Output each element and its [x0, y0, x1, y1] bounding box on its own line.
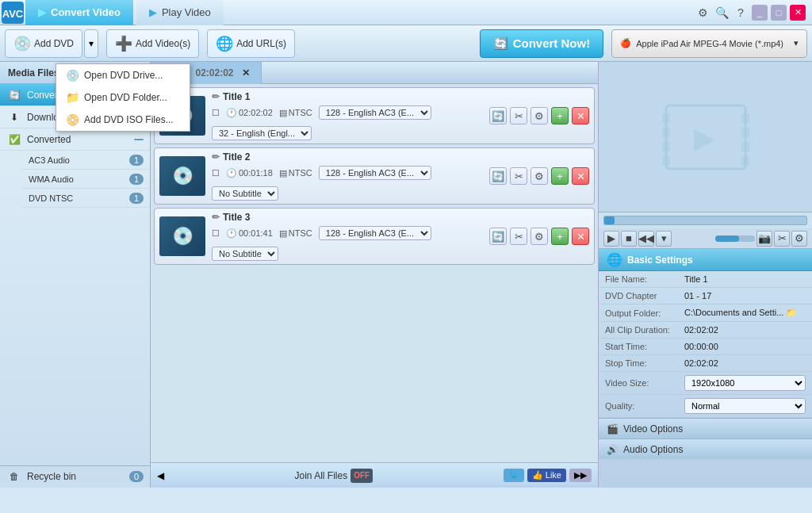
progress-fill — [604, 216, 615, 224]
settings-btn-title1[interactable]: ⚙ — [530, 107, 548, 124]
twitter-button[interactable]: 🐦 — [504, 469, 524, 482]
audio-select-title2[interactable]: 128 - English AC3 (E... — [319, 166, 431, 180]
refresh-btn-title2[interactable]: 🔄 — [489, 167, 507, 185]
duration-title1: 🕐 02:02:02 — [226, 108, 273, 118]
checkbox-title3[interactable]: ☐ — [212, 228, 220, 239]
sidebar-item-wma-audio[interactable]: WMA Audio 1 — [22, 170, 150, 189]
refresh-btn-title3[interactable]: 🔄 — [489, 228, 507, 245]
disc-icon-2: 💿 — [172, 166, 193, 186]
add-btn-title1[interactable]: + — [551, 107, 569, 124]
video-options-icon: 🎬 — [607, 423, 619, 435]
sidebar-item-recycle-bin[interactable]: 🗑 Recycle bin 0 — [0, 465, 150, 488]
remove-btn-title1[interactable]: ✕ — [572, 107, 589, 124]
add-url-button[interactable]: 🌐 Add URL(s) — [207, 29, 295, 58]
add-btn-title3[interactable]: + — [551, 228, 569, 245]
add-dvd-button[interactable]: 💿 Add DVD — [5, 29, 82, 58]
maximize-button[interactable]: □ — [771, 5, 787, 21]
audio-options-section[interactable]: 🔊 Audio Options — [599, 438, 812, 459]
stop-button[interactable]: ■ — [621, 231, 637, 247]
content-tabs: Title 1 02:02:02 ✕ — [151, 62, 598, 84]
svg-rect-5 — [662, 142, 670, 151]
svg-rect-10 — [741, 156, 749, 166]
settings-icon[interactable]: ⚙ — [695, 5, 710, 21]
video-info-title1: ✏ Title 1 ☐ 🕐 02:02:02 ▤ NTSC 128 - Engl… — [212, 91, 483, 140]
convert-tab[interactable]: ▶ Convert Video — [25, 0, 133, 25]
join-toggle[interactable]: OFF — [350, 469, 373, 483]
snapshot-button[interactable]: 📷 — [756, 231, 772, 247]
rewind-button[interactable]: ◀◀ — [638, 231, 654, 247]
progress-bar[interactable] — [603, 216, 807, 225]
open-dvd-drive-item[interactable]: 💿 Open DVD Drive... — [56, 64, 190, 86]
format-title2: ▤ NTSC — [279, 168, 312, 178]
edit-icon-title2[interactable]: ✏ — [212, 151, 220, 163]
volume-slider[interactable] — [715, 235, 755, 242]
convert-now-button[interactable]: 🔄 Convert Now! — [480, 29, 604, 58]
video-actions-title1: 🔄 ✂ ⚙ + ✕ — [489, 107, 589, 124]
video-item-title3: 💿 ✏ Title 3 ☐ 🕐 00:01:41 ▤ NTSC 128 - En… — [154, 208, 595, 265]
toolbar: 💿 Add DVD ▾ ➕ Add Video(s) 🌐 Add URL(s) … — [0, 25, 812, 62]
cut-btn-title2[interactable]: ✂ — [510, 167, 527, 185]
add-videos-button[interactable]: ➕ Add Video(s) — [106, 29, 199, 58]
add-dvd-iso-item[interactable]: 📀 Add DVD ISO Files... — [56, 109, 190, 131]
settings-btn-title2[interactable]: ⚙ — [530, 167, 548, 185]
add-dvd-dropdown-arrow[interactable]: ▾ — [84, 29, 98, 58]
window-controls: ⚙ 🔍 ? _ □ ✕ — [695, 5, 812, 21]
search-icon[interactable]: 🔍 — [714, 5, 730, 21]
subtitle-select-title1[interactable]: 32 - English (Engl... — [212, 126, 312, 140]
tab-close-icon[interactable]: ✕ — [242, 67, 250, 78]
add-btn-title2[interactable]: + — [551, 167, 569, 185]
output-format-button[interactable]: 🍎 Apple iPad Air MPEG-4 Movie (*.mp4) ▾ — [611, 29, 807, 58]
remove-btn-title2[interactable]: ✕ — [572, 167, 589, 185]
play-tab[interactable]: ▶ Play Video — [136, 0, 224, 25]
open-dvd-folder-item[interactable]: 📁 Open DVD Folder... — [56, 86, 190, 109]
subtitle-select-title3[interactable]: No Subtitle — [212, 247, 278, 261]
remove-btn-title3[interactable]: ✕ — [572, 228, 589, 245]
settings-btn-title3[interactable]: ⚙ — [530, 228, 548, 245]
folder-browse-icon[interactable]: 📁 — [786, 308, 797, 317]
audio-select-title1[interactable]: 128 - English AC3 (E... — [319, 105, 431, 120]
refresh-btn-title1[interactable]: 🔄 — [489, 107, 507, 124]
dvd-dropdown-menu: 💿 Open DVD Drive... 📁 Open DVD Folder...… — [56, 63, 190, 132]
video-size-select[interactable]: 1920x1080 1280x720 854x480 — [684, 375, 806, 391]
facebook-button[interactable]: 👍 Like — [527, 469, 566, 482]
edit-icon-title1[interactable]: ✏ — [212, 91, 220, 102]
edit-icon-title3[interactable]: ✏ — [212, 212, 220, 223]
nav-left-icon[interactable]: ◀ — [157, 470, 164, 481]
minimize-button[interactable]: _ — [752, 5, 768, 21]
output-dropdown-arrow: ▾ — [794, 38, 799, 48]
media-button[interactable]: ▶▶ — [569, 469, 592, 482]
cut-btn-title3[interactable]: ✂ — [510, 228, 527, 245]
dropdown-btn[interactable]: ▾ — [656, 231, 672, 247]
audio-select-title3[interactable]: 128 - English AC3 (E... — [319, 226, 431, 240]
checkbox-title2[interactable]: ☐ — [212, 168, 220, 178]
dvd-drive-icon: 💿 — [66, 69, 79, 82]
cut-btn-title1[interactable]: ✂ — [510, 107, 527, 124]
sidebar-item-ac3-audio[interactable]: AC3 Audio 1 — [22, 151, 150, 170]
checkbox-title1[interactable]: ☐ — [212, 108, 220, 118]
settings-panel: 🌐 Basic Settings File Name: Title 1 DVD … — [599, 249, 812, 488]
quality-select[interactable]: Normal High Low — [684, 398, 806, 414]
setting-quality: Quality: Normal High Low — [599, 395, 812, 418]
status-bar: ◀ Join All Files OFF 🐦 👍 Like ▶▶ — [151, 462, 598, 488]
apple-icon: 🍎 — [620, 38, 631, 48]
video-add-icon: ➕ — [115, 35, 132, 52]
cut-button[interactable]: ✂ — [774, 231, 790, 247]
svg-rect-6 — [662, 156, 670, 166]
svg-rect-4 — [662, 128, 670, 137]
sidebar-item-converted[interactable]: ✅ Converted — [0, 128, 150, 151]
setting-video-size: Video Size: 1920x1080 1280x720 854x480 — [599, 372, 812, 395]
video-actions-title2: 🔄 ✂ ⚙ + ✕ — [489, 167, 589, 185]
svg-rect-7 — [741, 113, 749, 123]
close-button[interactable]: ✕ — [790, 5, 806, 21]
sidebar-item-dvd-ntsc[interactable]: DVD NTSC 1 — [22, 189, 150, 208]
video-title-label-1: Title 1 — [223, 91, 250, 102]
recycle-bin-badge: 0 — [129, 471, 144, 482]
play-button[interactable]: ▶ — [603, 231, 619, 247]
settings-player-button[interactable]: ⚙ — [791, 231, 807, 247]
help-icon[interactable]: ? — [733, 5, 749, 21]
video-options-section[interactable]: 🎬 Video Options — [599, 418, 812, 438]
subtitle-select-title2[interactable]: No Subtitle — [212, 186, 278, 201]
download-icon: ⬇ — [6, 109, 22, 125]
video-title-label-2: Title 2 — [223, 151, 250, 163]
dvd-icon: 💿 — [13, 35, 31, 52]
